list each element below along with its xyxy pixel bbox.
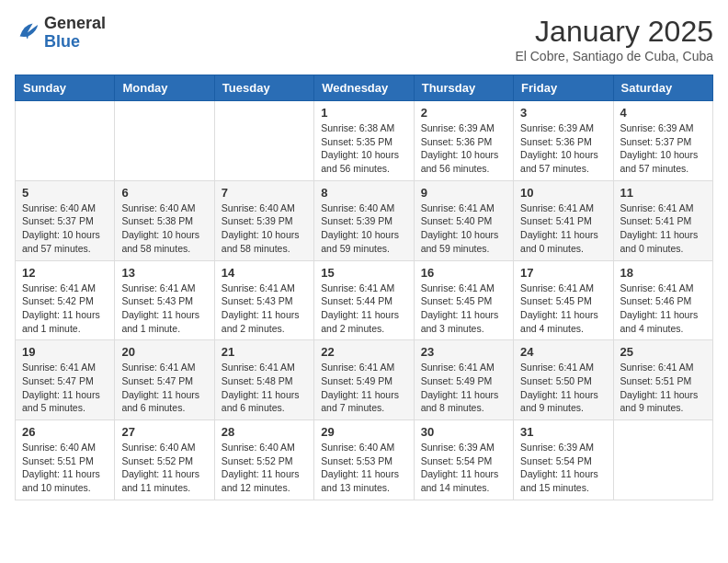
day-info: Sunrise: 6:41 AMSunset: 5:43 PMDaylight:…: [121, 282, 207, 336]
day-info: Sunrise: 6:41 AMSunset: 5:40 PMDaylight:…: [421, 201, 506, 256]
table-row: 1Sunrise: 6:38 AMSunset: 5:35 PMDaylight…: [314, 101, 414, 181]
day-info: Sunrise: 6:41 AMSunset: 5:47 PMDaylight:…: [121, 361, 207, 415]
day-info: Sunrise: 6:41 AMSunset: 5:49 PMDaylight:…: [321, 361, 406, 415]
calendar-week-row: 5Sunrise: 6:40 AMSunset: 5:37 PMDaylight…: [16, 180, 713, 260]
table-row: [613, 420, 712, 500]
day-number: 28: [222, 425, 307, 439]
table-row: 8Sunrise: 6:40 AMSunset: 5:39 PMDaylight…: [314, 180, 414, 260]
day-info: Sunrise: 6:40 AMSunset: 5:52 PMDaylight:…: [222, 441, 307, 495]
logo: General Blue: [15, 15, 106, 52]
day-info: Sunrise: 6:39 AMSunset: 5:54 PMDaylight:…: [421, 441, 506, 495]
table-row: 16Sunrise: 6:41 AMSunset: 5:45 PMDayligh…: [414, 260, 513, 340]
table-row: 9Sunrise: 6:41 AMSunset: 5:40 PMDaylight…: [414, 180, 513, 260]
day-number: 3: [520, 106, 606, 120]
table-row: 25Sunrise: 6:41 AMSunset: 5:51 PMDayligh…: [613, 340, 712, 420]
day-number: 24: [520, 345, 606, 359]
calendar-week-row: 19Sunrise: 6:41 AMSunset: 5:47 PMDayligh…: [16, 340, 713, 420]
day-number: 26: [22, 425, 108, 439]
day-number: 14: [222, 266, 307, 280]
table-row: [115, 101, 214, 181]
day-info: Sunrise: 6:41 AMSunset: 5:48 PMDaylight:…: [222, 361, 307, 415]
day-number: 2: [421, 106, 506, 120]
day-number: 7: [222, 186, 307, 200]
table-row: 4Sunrise: 6:39 AMSunset: 5:37 PMDaylight…: [613, 101, 712, 181]
day-number: 29: [321, 425, 406, 439]
table-row: 31Sunrise: 6:39 AMSunset: 5:54 PMDayligh…: [514, 420, 613, 500]
table-row: 30Sunrise: 6:39 AMSunset: 5:54 PMDayligh…: [414, 420, 513, 500]
table-row: 3Sunrise: 6:39 AMSunset: 5:36 PMDaylight…: [514, 101, 613, 181]
day-info: Sunrise: 6:41 AMSunset: 5:43 PMDaylight:…: [222, 282, 307, 336]
day-info: Sunrise: 6:40 AMSunset: 5:39 PMDaylight:…: [222, 201, 307, 256]
day-number: 12: [22, 266, 108, 280]
table-row: 15Sunrise: 6:41 AMSunset: 5:44 PMDayligh…: [314, 260, 414, 340]
table-row: 7Sunrise: 6:40 AMSunset: 5:39 PMDaylight…: [214, 180, 313, 260]
calendar-location: El Cobre, Santiago de Cuba, Cuba: [515, 49, 713, 63]
day-number: 11: [620, 186, 706, 200]
logo-text: General Blue: [44, 15, 106, 52]
day-info: Sunrise: 6:41 AMSunset: 5:46 PMDaylight:…: [620, 282, 706, 336]
table-row: 27Sunrise: 6:40 AMSunset: 5:52 PMDayligh…: [115, 420, 214, 500]
day-info: Sunrise: 6:40 AMSunset: 5:52 PMDaylight:…: [121, 441, 207, 495]
calendar-week-row: 12Sunrise: 6:41 AMSunset: 5:42 PMDayligh…: [16, 260, 713, 340]
day-info: Sunrise: 6:41 AMSunset: 5:41 PMDaylight:…: [520, 201, 606, 256]
header-saturday: Saturday: [613, 75, 712, 101]
table-row: 13Sunrise: 6:41 AMSunset: 5:43 PMDayligh…: [115, 260, 214, 340]
table-row: 11Sunrise: 6:41 AMSunset: 5:41 PMDayligh…: [613, 180, 712, 260]
day-info: Sunrise: 6:41 AMSunset: 5:44 PMDaylight:…: [321, 282, 406, 336]
table-row: 18Sunrise: 6:41 AMSunset: 5:46 PMDayligh…: [613, 260, 712, 340]
day-number: 5: [22, 186, 108, 200]
calendar-table: Sunday Monday Tuesday Wednesday Thursday…: [15, 75, 713, 500]
day-number: 21: [222, 345, 307, 359]
day-info: Sunrise: 6:41 AMSunset: 5:45 PMDaylight:…: [520, 282, 606, 336]
day-number: 20: [121, 345, 207, 359]
table-row: 29Sunrise: 6:40 AMSunset: 5:53 PMDayligh…: [314, 420, 414, 500]
header-tuesday: Tuesday: [214, 75, 313, 101]
day-number: 31: [520, 425, 606, 439]
day-info: Sunrise: 6:38 AMSunset: 5:35 PMDaylight:…: [321, 121, 406, 176]
page-header: General Blue January 2025 El Cobre, Sant…: [15, 15, 713, 63]
weekday-header-row: Sunday Monday Tuesday Wednesday Thursday…: [16, 75, 713, 101]
table-row: 14Sunrise: 6:41 AMSunset: 5:43 PMDayligh…: [214, 260, 313, 340]
day-number: 16: [421, 266, 506, 280]
day-number: 4: [620, 106, 706, 120]
day-info: Sunrise: 6:41 AMSunset: 5:45 PMDaylight:…: [421, 282, 506, 336]
day-number: 17: [520, 266, 606, 280]
table-row: 19Sunrise: 6:41 AMSunset: 5:47 PMDayligh…: [16, 340, 115, 420]
table-row: 2Sunrise: 6:39 AMSunset: 5:36 PMDaylight…: [414, 101, 513, 181]
day-number: 23: [421, 345, 506, 359]
table-row: 23Sunrise: 6:41 AMSunset: 5:49 PMDayligh…: [414, 340, 513, 420]
day-number: 6: [121, 186, 207, 200]
day-info: Sunrise: 6:40 AMSunset: 5:38 PMDaylight:…: [121, 201, 207, 256]
day-info: Sunrise: 6:40 AMSunset: 5:53 PMDaylight:…: [321, 441, 406, 495]
day-info: Sunrise: 6:41 AMSunset: 5:49 PMDaylight:…: [421, 361, 506, 415]
day-info: Sunrise: 6:41 AMSunset: 5:41 PMDaylight:…: [620, 201, 706, 256]
header-friday: Friday: [514, 75, 613, 101]
day-number: 27: [121, 425, 207, 439]
calendar-week-row: 1Sunrise: 6:38 AMSunset: 5:35 PMDaylight…: [16, 101, 713, 181]
header-wednesday: Wednesday: [314, 75, 414, 101]
table-row: 24Sunrise: 6:41 AMSunset: 5:50 PMDayligh…: [514, 340, 613, 420]
day-number: 25: [620, 345, 706, 359]
day-info: Sunrise: 6:41 AMSunset: 5:51 PMDaylight:…: [620, 361, 706, 415]
day-number: 1: [321, 106, 406, 120]
calendar-title: January 2025: [515, 15, 713, 49]
day-number: 30: [421, 425, 506, 439]
day-number: 10: [520, 186, 606, 200]
table-row: 20Sunrise: 6:41 AMSunset: 5:47 PMDayligh…: [115, 340, 214, 420]
header-sunday: Sunday: [16, 75, 115, 101]
day-number: 8: [321, 186, 406, 200]
table-row: 28Sunrise: 6:40 AMSunset: 5:52 PMDayligh…: [214, 420, 313, 500]
day-number: 13: [121, 266, 207, 280]
table-row: 22Sunrise: 6:41 AMSunset: 5:49 PMDayligh…: [314, 340, 414, 420]
table-row: 12Sunrise: 6:41 AMSunset: 5:42 PMDayligh…: [16, 260, 115, 340]
table-row: 26Sunrise: 6:40 AMSunset: 5:51 PMDayligh…: [16, 420, 115, 500]
table-row: [214, 101, 313, 181]
logo-icon: [15, 18, 40, 48]
table-row: 5Sunrise: 6:40 AMSunset: 5:37 PMDaylight…: [16, 180, 115, 260]
day-number: 15: [321, 266, 406, 280]
table-row: 6Sunrise: 6:40 AMSunset: 5:38 PMDaylight…: [115, 180, 214, 260]
day-info: Sunrise: 6:39 AMSunset: 5:36 PMDaylight:…: [421, 121, 506, 176]
day-info: Sunrise: 6:40 AMSunset: 5:37 PMDaylight:…: [22, 201, 108, 256]
table-row: 21Sunrise: 6:41 AMSunset: 5:48 PMDayligh…: [214, 340, 313, 420]
title-block: January 2025 El Cobre, Santiago de Cuba,…: [515, 15, 713, 63]
